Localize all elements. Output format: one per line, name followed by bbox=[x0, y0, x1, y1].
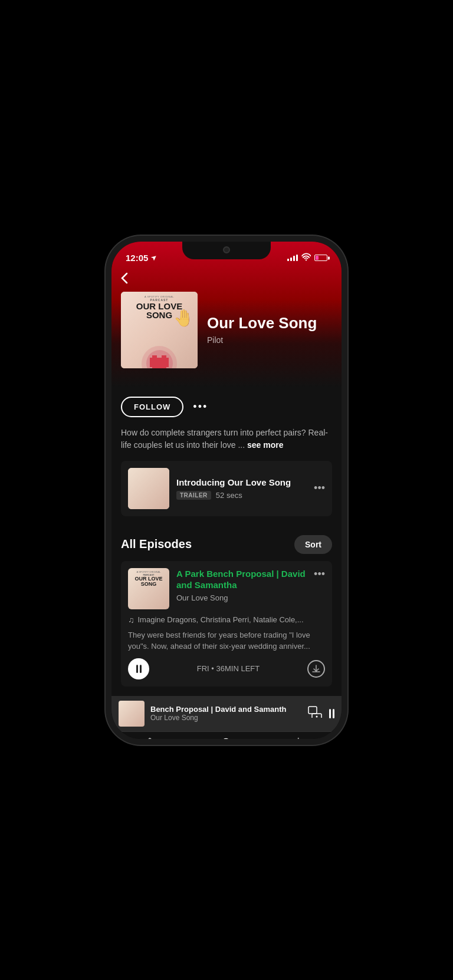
device-button[interactable] bbox=[308, 706, 322, 721]
scroll-content[interactable]: FOLLOW ••• How do complete strangers tur… bbox=[111, 387, 342, 739]
mini-controls bbox=[308, 706, 334, 721]
mini-show: Our Love Song bbox=[150, 714, 302, 722]
mini-pause-button[interactable] bbox=[329, 709, 334, 718]
trailer-thumbnail bbox=[128, 468, 169, 509]
ellipsis: ... bbox=[238, 440, 245, 450]
more-button[interactable]: ••• bbox=[193, 401, 208, 413]
notch bbox=[182, 242, 271, 259]
svg-rect-6 bbox=[308, 707, 317, 714]
header-section: 12:05 bbox=[111, 242, 342, 387]
time-left: FRI • 36MIN LEFT bbox=[197, 664, 260, 673]
mini-player[interactable]: Bench Proposal | David and Samanth Our L… bbox=[111, 696, 342, 731]
follow-button[interactable]: FOLLOW bbox=[121, 397, 183, 417]
location-icon bbox=[150, 255, 157, 262]
podcast-title: Our Love Song bbox=[207, 315, 332, 332]
trailer-info: Introducing Our Love Song TRAILER 52 sec… bbox=[176, 477, 307, 500]
podcast-cover: A SPOTIFY ORIGINAL PARCAST OUR LOVE SONG bbox=[121, 292, 198, 368]
episode-description: They were best friends for years before … bbox=[128, 629, 325, 652]
episode-time-left: 36MIN LEFT bbox=[216, 664, 260, 673]
camera bbox=[223, 246, 230, 253]
download-button[interactable] bbox=[307, 660, 325, 678]
mini-thumbnail bbox=[119, 701, 145, 727]
episode-card: A SPOTIFY ORIGINAL PARCAST OUR LOVE SONG… bbox=[121, 561, 332, 687]
status-icons bbox=[287, 253, 327, 263]
description-text: How do complete strangers turn into perf… bbox=[121, 428, 328, 450]
episode-music-text: Imagine Dragons, Christina Perri, Natali… bbox=[138, 615, 304, 624]
time-display: 12:05 bbox=[126, 253, 148, 263]
battery-icon bbox=[314, 255, 327, 261]
action-row: FOLLOW ••• bbox=[111, 387, 342, 427]
heart-icon bbox=[150, 355, 169, 368]
nav-search[interactable]: Search bbox=[188, 737, 265, 739]
podcast-header: A SPOTIFY ORIGINAL PARCAST OUR LOVE SONG bbox=[111, 292, 342, 378]
trailer-duration: 52 secs bbox=[216, 491, 242, 500]
phone-screen: 12:05 bbox=[111, 242, 342, 739]
wifi-icon bbox=[301, 253, 311, 263]
back-button[interactable] bbox=[111, 268, 342, 292]
svg-rect-0 bbox=[152, 355, 157, 358]
cover-title-our: OUR LOVE bbox=[136, 302, 182, 311]
nav-library[interactable]: Your Library bbox=[265, 737, 342, 739]
trailer-badge: TRAILER bbox=[176, 491, 211, 500]
download-icon bbox=[312, 665, 320, 673]
all-episodes-title: All Episodes bbox=[121, 537, 192, 551]
trailer-more-button[interactable]: ••• bbox=[314, 482, 325, 494]
sort-button[interactable]: Sort bbox=[294, 535, 332, 554]
pause-button[interactable] bbox=[128, 658, 149, 679]
battery-fill bbox=[316, 256, 319, 260]
episode-header: A SPOTIFY ORIGINAL PARCAST OUR LOVE SONG… bbox=[128, 568, 325, 609]
signal-icon bbox=[287, 255, 298, 261]
episode-meta: A Park Bench Proposal | David and Samant… bbox=[176, 568, 307, 602]
trailer-title: Introducing Our Love Song bbox=[176, 477, 307, 487]
episode-music: ♫ Imagine Dragons, Christina Perri, Nata… bbox=[128, 615, 325, 625]
svg-rect-2 bbox=[150, 358, 169, 362]
episode-controls: FRI • 36MIN LEFT bbox=[128, 658, 325, 679]
trailer-meta: TRAILER 52 secs bbox=[176, 491, 307, 500]
mini-info: Bench Proposal | David and Samanth Our L… bbox=[150, 705, 302, 722]
nav-home[interactable]: Home bbox=[111, 737, 188, 739]
svg-point-8 bbox=[316, 716, 318, 718]
description: How do complete strangers turn into perf… bbox=[111, 427, 342, 461]
episode-title: A Park Bench Proposal | David and Samant… bbox=[176, 568, 307, 591]
cover-title-song: SONG bbox=[146, 311, 172, 319]
episode-thumbnail: A SPOTIFY ORIGINAL PARCAST OUR LOVE SONG bbox=[128, 568, 169, 609]
bottom-nav: Home Search Your Lib bbox=[111, 731, 342, 739]
see-more-link[interactable]: see more bbox=[247, 440, 283, 450]
home-icon bbox=[143, 737, 156, 739]
search-icon bbox=[220, 737, 233, 739]
episode-day: FRI bbox=[197, 664, 209, 673]
episode-show: Our Love Song bbox=[176, 593, 307, 602]
phone-frame: 12:05 bbox=[111, 242, 342, 739]
svg-rect-4 bbox=[152, 367, 166, 368]
svg-rect-3 bbox=[150, 362, 169, 367]
podcast-subtitle: Pilot bbox=[207, 335, 332, 345]
music-note-icon: ♫ bbox=[128, 615, 134, 625]
library-icon bbox=[297, 737, 310, 739]
episode-more-button[interactable]: ••• bbox=[314, 568, 325, 580]
pause-icon bbox=[136, 665, 142, 673]
status-time: 12:05 bbox=[126, 253, 157, 263]
trailer-card: Introducing Our Love Song TRAILER 52 sec… bbox=[121, 461, 332, 516]
all-episodes-header: All Episodes Sort bbox=[111, 526, 342, 561]
mini-title: Bench Proposal | David and Samanth bbox=[150, 705, 302, 714]
svg-rect-1 bbox=[162, 355, 166, 358]
podcast-info: Our Love Song Pilot bbox=[207, 315, 332, 345]
